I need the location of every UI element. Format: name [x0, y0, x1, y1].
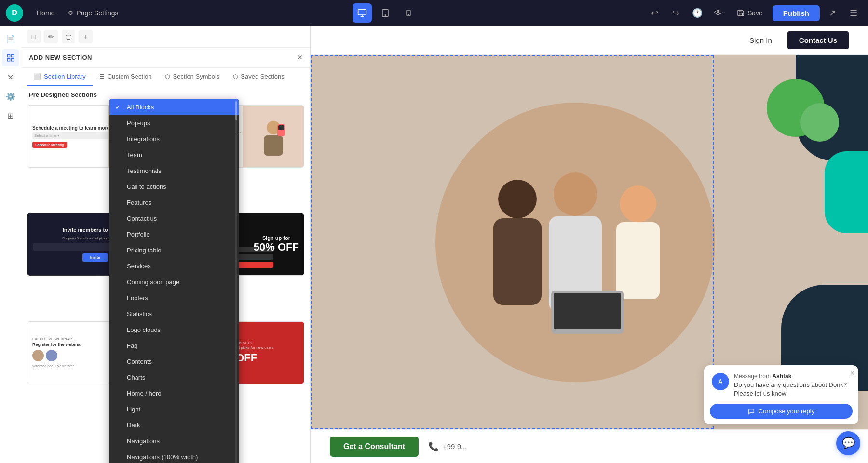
menu-btn[interactable]: ☰	[845, 4, 862, 22]
page-settings-nav-item[interactable]: ⚙ Page Settings	[62, 6, 124, 20]
svg-rect-12	[264, 135, 283, 156]
chat-sender-name: Ashfak	[772, 373, 791, 380]
panel-toolbar: □ ✏ 🗑 +	[21, 26, 310, 48]
chat-bubble-btn[interactable]: 💬	[836, 431, 860, 455]
dropdown-item-faq[interactable]: Faq	[109, 338, 239, 354]
dropdown-item-features[interactable]: Features	[109, 195, 239, 211]
hero-circle	[435, 103, 715, 382]
dropdown-item-team[interactable]: Team	[109, 147, 239, 163]
svg-rect-20	[616, 222, 660, 299]
tablet-device-btn[interactable]	[376, 3, 395, 23]
dropdown-item-contents[interactable]: Contents	[109, 354, 239, 370]
cta-consultant-btn[interactable]: Get a Consultant	[330, 437, 419, 457]
hero-people-svg	[455, 122, 696, 363]
card3-btn: Invite	[82, 253, 108, 262]
device-switcher	[124, 3, 646, 23]
panel-header: ADD NEW SECTION ×	[21, 48, 310, 68]
saved-sections-icon: ⬡	[233, 73, 238, 80]
svg-rect-7	[7, 59, 10, 61]
panel-edit-btn[interactable]: ✏	[44, 30, 58, 43]
nav-contact-btn[interactable]: Contact Us	[787, 31, 849, 49]
svg-rect-16	[493, 218, 542, 305]
phone-number: +99 9...	[443, 442, 467, 450]
chat-message: Do you have any questions about Dorik? P…	[734, 381, 851, 398]
external-link-btn[interactable]: ↗	[824, 4, 841, 22]
svg-rect-8	[11, 59, 14, 61]
dropdown-item-navigations[interactable]: Navigations	[109, 433, 239, 449]
dropdown-item-pricing-table[interactable]: Pricing table	[109, 242, 239, 258]
svg-point-19	[620, 185, 656, 222]
website-preview-area: Sign In Contact Us	[311, 26, 868, 463]
desktop-device-btn[interactable]	[353, 3, 372, 23]
dropdown-item-all-blocks[interactable]: All Blocks	[109, 99, 239, 115]
cta-bar: Get a Consultant 📞 +99 9...	[311, 429, 868, 463]
dropdown-item-services[interactable]: Services	[109, 258, 239, 274]
save-button[interactable]: Save	[731, 6, 769, 20]
tab-section-library[interactable]: ⬜ Section Library	[27, 68, 93, 86]
logo[interactable]: D	[6, 4, 23, 22]
topbar-nav: Home ⚙ Page Settings	[31, 6, 124, 20]
svg-rect-5	[7, 54, 10, 57]
dropdown-item-light[interactable]: Light	[109, 401, 239, 417]
redo-btn[interactable]: ↪	[667, 4, 685, 22]
dropdown-item-footers[interactable]: Footers	[109, 290, 239, 306]
dropdown-item-charts[interactable]: Charts	[109, 370, 239, 385]
panel-close-btn[interactable]: ×	[297, 53, 302, 63]
dropdown-item-coming-soon[interactable]: Coming soon page	[109, 274, 239, 290]
chat-content: A Message from Ashfak Do you have any qu…	[704, 365, 858, 404]
card4-discount: 50% OFF	[254, 241, 299, 253]
card4-promo-text: Sign up for 50% OFF	[254, 235, 299, 253]
dropdown-item-portfolio[interactable]: Portfolio	[109, 226, 239, 242]
svg-point-2	[385, 15, 386, 16]
panel-delete-btn[interactable]: 🗑	[62, 30, 75, 43]
svg-rect-0	[358, 10, 366, 15]
mobile-device-btn[interactable]	[399, 3, 418, 23]
filter-label: Pre Designed Sections	[29, 91, 97, 98]
chat-compose-btn[interactable]: Compose your reply	[710, 404, 853, 419]
chat-text: Message from Ashfak Do you have any ques…	[734, 373, 851, 398]
deco-shape-3	[800, 103, 839, 142]
panel-title: ADD NEW SECTION	[29, 54, 92, 61]
dropdown-item-dark[interactable]: Dark	[109, 417, 239, 433]
sidebar-components-icon[interactable]: ⊞	[2, 107, 19, 124]
chat-avatar: A	[712, 373, 729, 390]
tab-custom-section[interactable]: ☰ Custom Section	[93, 68, 159, 86]
topbar: D Home ⚙ Page Settings ↩ ↪ 🕐 👁 Save Pub	[0, 0, 868, 26]
undo-btn[interactable]: ↩	[646, 4, 664, 22]
sidebar-sections-icon[interactable]	[2, 49, 19, 66]
category-dropdown[interactable]: All Blocks Pop-ups Integrations Team Tes…	[109, 99, 239, 463]
topbar-right-actions: ↩ ↪ 🕐 👁 Save Publish ↗ ☰	[646, 4, 862, 22]
dropdown-item-contact-us[interactable]: Contact us	[109, 211, 239, 226]
section-symbols-icon: ⬡	[165, 73, 170, 80]
sidebar-pages-icon[interactable]: 📄	[2, 30, 19, 47]
svg-rect-22	[554, 293, 621, 329]
card5-avatar-1	[32, 350, 44, 361]
dropdown-item-popups[interactable]: Pop-ups	[109, 115, 239, 131]
panel-tabs: ⬜ Section Library ☰ Custom Section ⬡ Sec…	[21, 68, 310, 86]
dropdown-item-testimonials[interactable]: Testimonials	[109, 163, 239, 179]
dropdown-item-logo-clouds[interactable]: Logo clouds	[109, 322, 239, 338]
left-sidebar: 📄 ✕ ⚙️ ⊞	[0, 26, 21, 463]
history-btn[interactable]: 🕐	[689, 4, 706, 22]
panel-new-btn[interactable]: +	[79, 30, 93, 43]
dropdown-item-statistics[interactable]: Statistics	[109, 306, 239, 322]
dropdown-scrollbar[interactable]	[235, 99, 237, 463]
custom-section-icon: ☰	[99, 73, 105, 80]
nav-signin[interactable]: Sign In	[742, 32, 780, 48]
dropdown-item-navigations-full[interactable]: Navigations (100% width)	[109, 449, 239, 463]
dropdown-item-integrations[interactable]: Integrations	[109, 131, 239, 147]
dropdown-item-home-hero[interactable]: Home / hero	[109, 385, 239, 401]
tab-section-symbols[interactable]: ⬡ Section Symbols	[158, 68, 226, 86]
tab-saved-sections[interactable]: ⬡ Saved Sections	[226, 68, 291, 86]
publish-button[interactable]: Publish	[773, 5, 820, 21]
chat-close-btn[interactable]: ×	[850, 369, 854, 378]
dropdown-item-call-to-actions[interactable]: Call to actions	[109, 179, 239, 195]
svg-point-4	[408, 14, 408, 15]
preview-btn[interactable]: 👁	[710, 4, 727, 22]
home-nav-item[interactable]: Home	[31, 6, 60, 20]
cta-phone: 📞 +99 9...	[428, 441, 467, 452]
chat-from: Message from Ashfak	[734, 373, 851, 380]
sidebar-elements-icon[interactable]: ✕	[2, 68, 19, 86]
sidebar-settings-icon[interactable]: ⚙️	[2, 88, 19, 105]
panel-add-btn[interactable]: □	[27, 30, 41, 43]
